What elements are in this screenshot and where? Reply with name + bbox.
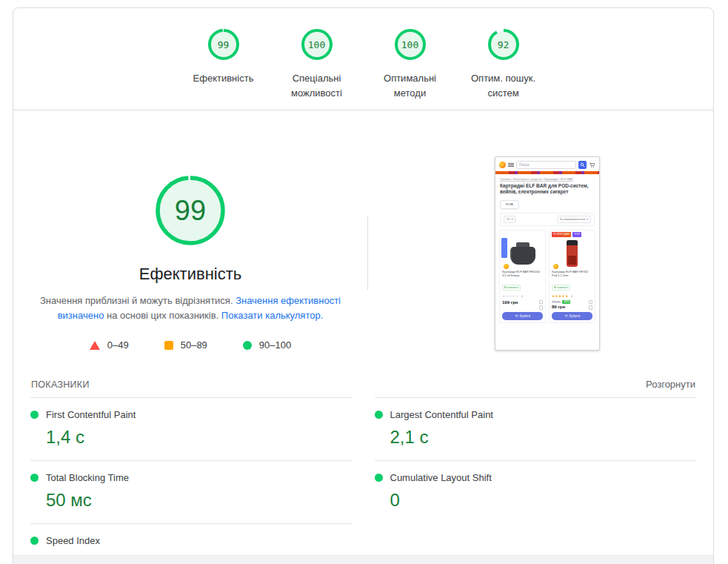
pass-dot-icon — [30, 537, 39, 545]
top-badge: ТОП — [572, 232, 581, 237]
thumb-rating-count: 4 — [571, 294, 573, 298]
thumb-availability-badge: В наявності — [502, 285, 521, 291]
seo-score-gauge-icon: 92 — [487, 27, 521, 62]
thumb-rating-count: 0 — [521, 294, 524, 298]
thumb-site-logo-icon — [499, 162, 506, 168]
metric-value: 50 мс — [46, 490, 353, 511]
thumb-sort-value: За замовчуванням — [560, 217, 585, 221]
thumb-filter-chip: ELFA — [500, 200, 519, 209]
next-section-strip — [13, 555, 713, 564]
thumb-per-page-select: 15 — [504, 216, 515, 223]
metric-label: Total Blocking Time — [46, 472, 129, 483]
thumb-buy-label: Купити — [570, 314, 580, 318]
performance-score: 99 — [207, 27, 241, 62]
thumb-rating: ★★★★★ 4 — [552, 294, 592, 298]
thumb-product-card: РОЗПРОДАЖ ТОП Картридж ELF BAR RF350 Pod… — [549, 230, 595, 323]
gauge-column: 99 Ефективність Значення приблизні й мож… — [13, 110, 367, 374]
accessibility-score-gauge-icon: 100 — [300, 27, 334, 62]
thumb-price: 89 грн — [552, 305, 592, 309]
screenshot-column: Пошук Головна / Електронні сигарети / Ка… — [368, 110, 713, 374]
thumb-brand-emoji-icon — [553, 264, 558, 269]
legend-item-average: 50–89 — [164, 339, 207, 351]
performance-label: Ефективність — [193, 71, 254, 86]
thumb-buy-button: Купити — [552, 312, 592, 320]
thumb-product-card: Картридж ELF BAR FB1000 3.5 ml Empty В н… — [499, 230, 546, 323]
summary-item-best-practices[interactable]: 100 Оптимальні методи — [369, 27, 452, 110]
thumb-per-page-value: 15 — [507, 217, 510, 221]
description-text-2: на основі цих показників. — [104, 310, 221, 321]
score-legend: 0–49 50–89 90–100 — [90, 339, 291, 351]
legend-item-fail: 0–49 — [90, 339, 129, 351]
caret-down-icon — [511, 217, 512, 221]
average-range-label: 50–89 — [181, 339, 207, 351]
seo-score: 92 — [487, 27, 521, 62]
thumb-brand-emoji-icon — [504, 264, 509, 269]
thumb-badges-row — [502, 232, 543, 237]
fail-triangle-icon — [90, 341, 100, 350]
thumb-menu-icon — [508, 163, 514, 164]
metric-value: 0 — [390, 490, 697, 511]
metrics-grid: First Contentful Paint 1,4 с Largest Con… — [30, 397, 696, 564]
thumb-product-name: Картридж ELF BAR FB1000 3.5 ml Empty — [502, 270, 543, 278]
performance-gauge-score: 99 — [154, 174, 227, 247]
thumb-product-image — [502, 237, 543, 270]
metric-label: Cumulative Layout Shift — [390, 472, 492, 483]
accessibility-score: 100 — [300, 27, 334, 62]
thumb-badges-row: РОЗПРОДАЖ ТОП — [552, 232, 592, 237]
calculator-link[interactable]: Показати калькулятор. — [221, 310, 323, 321]
thumb-rating: ★★★★★ 0 — [502, 294, 543, 298]
thumb-product-image — [552, 237, 592, 270]
summary-item-performance[interactable]: 99 Ефективність — [182, 27, 265, 110]
thumb-product-grid: Картридж ELF BAR FB1000 3.5 ml Empty В н… — [499, 230, 595, 323]
seo-label: Оптим. пошук. систем — [465, 71, 542, 101]
star-icons: ★★★★★ — [502, 294, 519, 298]
thumb-compare-favorite-icons — [589, 300, 593, 310]
summary-item-accessibility[interactable]: 100 Спеціальні можливості — [275, 27, 358, 110]
gauge-title: Ефективність — [139, 265, 242, 284]
performance-score-gauge-icon: 99 — [207, 27, 241, 62]
thumb-buy-label: Купити — [520, 314, 530, 318]
thumb-page-title: Картриджі ELF BAR для POD-систем, вейпів… — [495, 181, 599, 195]
metric-largest-contentful-paint: Largest Contentful Paint 2,1 с — [375, 397, 697, 460]
thumb-price-block: 150 грн -40% 89 грн — [552, 300, 592, 310]
thumb-compare-favorite-icons — [539, 300, 544, 310]
thumb-search-button — [578, 161, 587, 169]
thumb-breadcrumb: Головна / Електронні сигарети / Картридж… — [495, 174, 599, 181]
thumb-search-input: Пошук — [516, 161, 576, 169]
metrics-section-title: ПОКАЗНИКИ — [31, 379, 90, 390]
thumb-price: 199 грн — [502, 300, 543, 305]
lighthouse-report-card: 99 Ефективність 100 Спеціальні можливост… — [13, 7, 714, 564]
thumb-availability-badge: В наявності — [552, 285, 570, 291]
thumb-filter-row: 15 За замовчуванням — [500, 213, 595, 226]
pass-dot-icon — [375, 411, 383, 419]
metric-first-contentful-paint: First Contentful Paint 1,4 с — [30, 397, 353, 460]
accessibility-label: Спеціальні можливості — [278, 71, 355, 101]
pass-range-label: 90–100 — [259, 339, 291, 351]
summary-item-seo[interactable]: 92 Оптим. пошук. систем — [462, 27, 545, 110]
thumb-site-header: Пошук — [495, 157, 599, 171]
metric-total-blocking-time: Total Blocking Time 50 мс — [30, 460, 353, 523]
metric-label: Speed Index — [46, 535, 100, 546]
fail-range-label: 0–49 — [107, 339, 129, 351]
best-practices-score: 100 — [393, 27, 427, 62]
best-practices-score-gauge-icon: 100 — [393, 27, 427, 62]
pass-dot-icon — [30, 411, 39, 419]
pass-dot-icon — [375, 474, 383, 482]
performance-overview: 99 Ефективність Значення приблизні й мож… — [13, 110, 713, 374]
pass-circle-icon — [243, 341, 252, 350]
thumb-sort-select: За замовчуванням — [557, 216, 591, 223]
metric-label: First Contentful Paint — [46, 409, 136, 420]
thumb-cart-icon — [589, 162, 595, 168]
metric-cumulative-layout-shift: Cumulative Layout Shift 0 — [375, 460, 697, 523]
thumb-old-price: 150 грн — [552, 300, 561, 303]
thumb-search-placeholder: Пошук — [519, 163, 530, 167]
average-square-icon — [164, 341, 173, 350]
star-icons: ★★★★★ — [552, 294, 569, 298]
performance-gauge-icon: 99 — [154, 174, 227, 247]
final-screenshot: Пошук Головна / Електронні сигарети / Ка… — [495, 156, 600, 351]
thumb-buy-button: Купити — [502, 312, 543, 320]
pass-dot-icon — [30, 474, 39, 482]
gauge-description: Значення приблизні й можуть відрізнятися… — [30, 293, 350, 323]
caret-down-icon — [587, 217, 588, 221]
expand-metrics-button[interactable]: Розгорнути — [646, 379, 695, 390]
